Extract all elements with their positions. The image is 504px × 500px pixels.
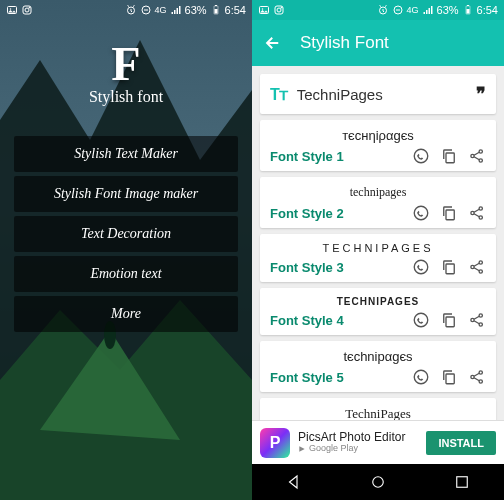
phone-screen-styles: 4G 63% 6:54 Stylish Font Tᴛ TechniPages …: [252, 0, 504, 500]
svg-point-20: [277, 8, 281, 12]
svg-point-51: [479, 380, 482, 383]
svg-rect-38: [446, 264, 454, 274]
status-bar: 4G 63% 6:54: [0, 0, 252, 20]
copy-icon[interactable]: [440, 258, 458, 276]
battery-icon: [210, 4, 222, 16]
share-icon[interactable]: [468, 147, 486, 165]
svg-rect-53: [457, 477, 468, 488]
svg-rect-26: [467, 5, 469, 6]
menu-more[interactable]: More: [14, 296, 238, 332]
logo-letter: F: [89, 40, 163, 88]
svg-point-31: [479, 159, 482, 162]
menu-stylish-text-maker[interactable]: Stylish Text Maker: [14, 136, 238, 172]
ad-app-icon: P: [260, 428, 290, 458]
svg-rect-33: [446, 210, 454, 220]
svg-point-49: [471, 375, 474, 378]
whatsapp-icon[interactable]: [412, 368, 430, 386]
menu-stylish-font-image-maker[interactable]: Stylish Font Image maker: [14, 176, 238, 212]
text-input[interactable]: TechniPages: [297, 86, 466, 103]
svg-rect-13: [214, 9, 217, 14]
svg-point-37: [414, 260, 428, 274]
app-title: Stylish Font: [300, 33, 389, 53]
instagram-icon: [21, 4, 33, 16]
alarm-icon: [125, 4, 137, 16]
battery-percent: 63%: [185, 4, 207, 16]
svg-point-44: [471, 318, 474, 321]
copy-icon[interactable]: [440, 204, 458, 222]
svg-point-8: [25, 8, 29, 12]
share-icon[interactable]: [468, 368, 486, 386]
clock-time: 6:54: [225, 4, 246, 16]
menu-emotion-text[interactable]: Emotion text: [14, 256, 238, 292]
signal-icon: [170, 4, 182, 16]
style-preview: technipages: [270, 183, 486, 204]
share-icon[interactable]: [468, 204, 486, 222]
svg-point-9: [29, 7, 30, 8]
style-label: Font Style 2: [270, 206, 402, 221]
svg-point-42: [414, 313, 428, 327]
whatsapp-icon[interactable]: [412, 311, 430, 329]
main-menu: Stylish Text Maker Stylish Font Image ma…: [14, 136, 238, 332]
copy-icon[interactable]: [440, 147, 458, 165]
ad-banner[interactable]: P PicsArt Photo Editor Google Play INSTA…: [252, 420, 504, 464]
text-format-icon: Tᴛ: [270, 85, 287, 104]
do-not-disturb-icon: [392, 4, 404, 16]
copy-icon[interactable]: [440, 311, 458, 329]
svg-point-21: [281, 7, 282, 8]
style-label: Font Style 3: [270, 260, 402, 275]
app-logo: F Stylish font: [89, 40, 163, 106]
ad-subtitle: Google Play: [298, 444, 418, 454]
svg-point-41: [479, 270, 482, 273]
svg-point-34: [471, 211, 474, 214]
battery-percent: 63%: [437, 4, 459, 16]
svg-point-29: [471, 154, 474, 157]
styles-list: тєcнηіραgєѕ Font Style 1 technipages Fon…: [252, 120, 504, 420]
style-preview: tєchnipαgєs: [270, 347, 486, 368]
do-not-disturb-icon: [140, 4, 152, 16]
style-label: Font Style 1: [270, 149, 402, 164]
style-card: тєcнηіραgєѕ Font Style 1: [260, 120, 496, 171]
nav-home-button[interactable]: [369, 473, 387, 491]
quote-icon[interactable]: ❞: [476, 83, 486, 105]
svg-point-27: [414, 149, 428, 163]
copy-icon[interactable]: [440, 368, 458, 386]
share-icon[interactable]: [468, 258, 486, 276]
menu-text-decoration[interactable]: Text Decoration: [14, 216, 238, 252]
instagram-icon: [273, 4, 285, 16]
nav-recent-button[interactable]: [453, 473, 471, 491]
nav-back-button[interactable]: [285, 473, 303, 491]
style-preview: TECHNIPAGES: [270, 294, 486, 311]
text-input-row[interactable]: Tᴛ TechniPages ❞: [260, 74, 496, 114]
share-icon[interactable]: [468, 311, 486, 329]
svg-point-46: [479, 323, 482, 326]
svg-point-45: [479, 314, 482, 317]
back-button[interactable]: [264, 34, 282, 52]
battery-icon: [462, 4, 474, 16]
status-bar: 4G 63% 6:54: [252, 0, 504, 20]
image-icon: [6, 4, 18, 16]
signal-icon: [422, 4, 434, 16]
svg-point-39: [471, 265, 474, 268]
style-card: tєchnipαgєs Font Style 5: [260, 341, 496, 392]
phone-screen-home: 4G 63% 6:54 F Stylish font Stylish Text …: [0, 0, 252, 500]
network-label: 4G: [407, 5, 419, 15]
whatsapp-icon[interactable]: [412, 258, 430, 276]
svg-point-30: [479, 150, 482, 153]
svg-point-50: [479, 371, 482, 374]
svg-rect-28: [446, 153, 454, 163]
svg-point-36: [479, 216, 482, 219]
logo-subtitle: Stylish font: [89, 88, 163, 106]
svg-point-52: [373, 477, 384, 488]
image-icon: [258, 4, 270, 16]
svg-point-47: [414, 370, 428, 384]
ad-install-button[interactable]: INSTALL: [426, 431, 496, 455]
style-preview: TechniPages: [270, 404, 486, 420]
style-preview: тєcнηіραgєѕ: [270, 126, 486, 147]
style-card: TECHNIPAGES Font Style 4: [260, 288, 496, 335]
whatsapp-icon[interactable]: [412, 147, 430, 165]
svg-rect-43: [446, 317, 454, 327]
style-label: Font Style 4: [270, 313, 402, 328]
whatsapp-icon[interactable]: [412, 204, 430, 222]
svg-point-18: [262, 8, 264, 10]
clock-time: 6:54: [477, 4, 498, 16]
